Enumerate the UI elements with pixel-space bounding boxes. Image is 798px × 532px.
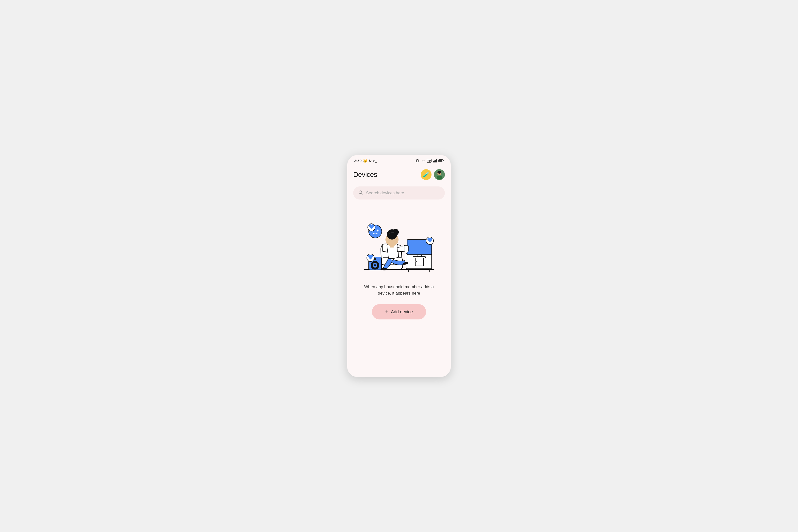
svg-point-16 <box>437 171 441 174</box>
search-bar[interactable]: Search devices here <box>353 187 445 200</box>
plus-icon: + <box>385 309 388 315</box>
svg-rect-34 <box>404 245 408 252</box>
status-app-icon-cat: 🐱 <box>363 159 367 163</box>
svg-rect-0 <box>417 159 418 162</box>
svg-rect-29 <box>413 256 425 258</box>
header: Devices 🧪 <box>353 165 445 185</box>
app-content: Devices 🧪 <box>347 165 451 377</box>
svg-point-42 <box>374 264 376 266</box>
header-actions: 🧪 <box>421 169 445 180</box>
add-device-label: Add device <box>391 309 413 315</box>
avatar-image <box>434 169 445 180</box>
svg-rect-7 <box>433 161 434 162</box>
svg-rect-13 <box>439 160 442 162</box>
lab-icon: 🧪 <box>423 171 430 178</box>
illustration-area <box>353 207 445 277</box>
signal-icon <box>433 159 437 163</box>
page-title: Devices <box>353 171 377 178</box>
status-bar: 2:50 🐱 ↻ >_ HD <box>347 155 451 165</box>
avatar-button[interactable] <box>434 169 445 180</box>
search-icon <box>358 190 363 196</box>
time-display: 2:50 <box>354 158 362 163</box>
empty-state-description: When any household member adds a device,… <box>358 284 440 296</box>
svg-rect-12 <box>443 160 444 161</box>
phone-frame: 2:50 🐱 ↻ >_ HD <box>347 155 451 377</box>
svg-point-23 <box>415 261 417 262</box>
svg-rect-10 <box>436 159 437 162</box>
search-placeholder: Search devices here <box>366 191 404 195</box>
svg-line-19 <box>362 193 363 194</box>
svg-rect-9 <box>435 160 436 162</box>
status-app-icon-refresh: ↻ <box>369 159 372 163</box>
hd-badge: HD <box>427 159 432 163</box>
svg-point-32 <box>381 268 388 270</box>
lab-button[interactable]: 🧪 <box>421 169 432 180</box>
status-app-icon-terminal: >_ <box>373 159 377 163</box>
svg-rect-8 <box>434 160 435 162</box>
svg-rect-38 <box>391 245 394 247</box>
svg-point-48 <box>377 230 379 231</box>
add-device-button[interactable]: + Add device <box>372 304 426 320</box>
wifi-icon <box>421 159 425 163</box>
svg-point-17 <box>437 176 442 179</box>
status-time: 2:50 🐱 ↻ >_ <box>354 158 377 163</box>
svg-point-37 <box>392 229 399 235</box>
status-icons-right: HD <box>416 159 444 163</box>
vibrate-icon <box>416 159 419 163</box>
battery-icon <box>438 159 444 162</box>
empty-state-illustration <box>355 207 443 277</box>
